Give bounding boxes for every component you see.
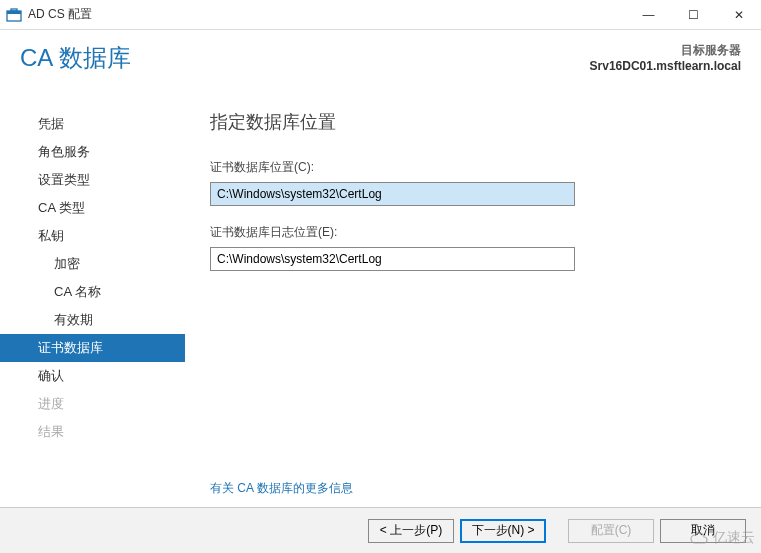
log-location-label: 证书数据库日志位置(E): <box>210 224 741 241</box>
title-bar: AD CS 配置 — ☐ ✕ <box>0 0 761 30</box>
minimize-button[interactable]: — <box>626 0 671 29</box>
cancel-button[interactable]: 取消 <box>660 519 746 543</box>
maximize-icon: ☐ <box>688 8 699 22</box>
server-label: 目标服务器 <box>590 42 741 59</box>
configure-button: 配置(C) <box>568 519 654 543</box>
sidebar-item-0[interactable]: 凭据 <box>0 110 185 138</box>
page-title: CA 数据库 <box>20 42 590 74</box>
server-block: 目标服务器 Srv16DC01.msftlearn.local <box>590 42 741 73</box>
app-icon <box>6 7 22 23</box>
prev-button[interactable]: < 上一步(P) <box>368 519 454 543</box>
sidebar: 凭据角色服务设置类型CA 类型私钥加密CA 名称有效期证书数据库确认进度结果 <box>0 100 185 500</box>
close-button[interactable]: ✕ <box>716 0 761 29</box>
db-location-label: 证书数据库位置(C): <box>210 159 741 176</box>
svg-rect-2 <box>11 9 17 11</box>
sidebar-item-8[interactable]: 证书数据库 <box>0 334 185 362</box>
sidebar-item-9[interactable]: 确认 <box>0 362 185 390</box>
window-title: AD CS 配置 <box>28 6 626 23</box>
sidebar-item-5[interactable]: 加密 <box>0 250 185 278</box>
more-info-link[interactable]: 有关 CA 数据库的更多信息 <box>210 480 353 497</box>
sidebar-item-10: 进度 <box>0 390 185 418</box>
sidebar-item-4[interactable]: 私钥 <box>0 222 185 250</box>
minimize-icon: — <box>643 8 655 22</box>
content: 指定数据库位置 证书数据库位置(C): 证书数据库日志位置(E): <box>185 100 761 500</box>
next-button[interactable]: 下一步(N) > <box>460 519 546 543</box>
sidebar-item-11: 结果 <box>0 418 185 446</box>
db-location-input[interactable] <box>210 182 575 206</box>
sidebar-item-6[interactable]: CA 名称 <box>0 278 185 306</box>
body: 凭据角色服务设置类型CA 类型私钥加密CA 名称有效期证书数据库确认进度结果 指… <box>0 100 761 500</box>
header: CA 数据库 目标服务器 Srv16DC01.msftlearn.local <box>0 30 761 100</box>
button-row: < 上一步(P) 下一步(N) > 配置(C) 取消 <box>0 507 761 553</box>
content-title: 指定数据库位置 <box>210 110 741 134</box>
sidebar-item-2[interactable]: 设置类型 <box>0 166 185 194</box>
log-location-input[interactable] <box>210 247 575 271</box>
server-name: Srv16DC01.msftlearn.local <box>590 59 741 73</box>
sidebar-item-1[interactable]: 角色服务 <box>0 138 185 166</box>
maximize-button[interactable]: ☐ <box>671 0 716 29</box>
close-icon: ✕ <box>734 8 744 22</box>
sidebar-item-3[interactable]: CA 类型 <box>0 194 185 222</box>
sidebar-item-7[interactable]: 有效期 <box>0 306 185 334</box>
